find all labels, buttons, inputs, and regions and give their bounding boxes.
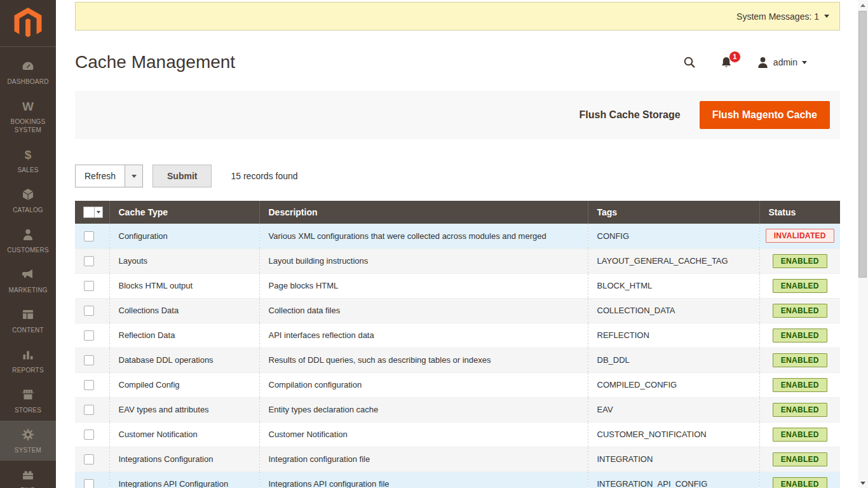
sidebar-item-label: CUSTOMERS — [7, 246, 49, 254]
tags-cell: INTEGRATION_API_CONFIG — [588, 471, 759, 488]
scroll-up-arrow[interactable] — [858, 0, 868, 10]
sidebar-item-dashboard[interactable]: DASHBOARD — [0, 52, 56, 92]
cache-toolbar: Flush Cache Storage Flush Magento Cache — [75, 91, 840, 139]
page-scrollbar[interactable] — [858, 0, 868, 488]
sidebar-item-marketing[interactable]: MARKETING — [0, 261, 56, 301]
system-messages-text: System Messages: 1 — [736, 11, 819, 22]
status-badge: ENABLED — [773, 477, 827, 488]
table-row: Database DDL operations Results of DDL q… — [75, 348, 840, 372]
tags-cell: EAV — [588, 397, 759, 422]
grid-controls: Refresh Submit 15 records found — [75, 165, 840, 187]
row-checkbox[interactable] — [84, 330, 94, 341]
admin-account-menu[interactable]: admin — [757, 56, 807, 69]
bookings-icon: W — [20, 98, 36, 114]
stores-icon — [20, 386, 36, 403]
cache-type-cell: Collections Data — [109, 298, 259, 323]
select-all-checkbox-dropdown[interactable] — [83, 207, 103, 218]
column-header-description[interactable]: Description — [259, 201, 588, 224]
sidebar-item-customers[interactable]: CUSTOMERS — [0, 220, 56, 261]
sidebar-item-sales[interactable]: $ SALES — [0, 140, 56, 180]
flush-cache-storage-button[interactable]: Flush Cache Storage — [579, 109, 680, 121]
column-header-status[interactable]: Status — [759, 201, 840, 224]
tags-cell: CONFIG — [588, 224, 759, 248]
cache-type-cell: Configuration — [109, 224, 259, 248]
user-icon — [757, 56, 769, 69]
description-cell: Customer Notification — [259, 422, 588, 447]
description-cell: Various XML configurations that were col… — [259, 224, 588, 248]
cache-type-cell: Reflection Data — [109, 323, 259, 348]
table-row: Collections Data Collection data files C… — [75, 298, 840, 323]
description-cell: Layout building instructions — [259, 248, 588, 273]
cache-type-cell: Database DDL operations — [109, 348, 259, 372]
sidebar-item-extensions[interactable]: FIND PARTNERS & EXTENSIONS — [0, 461, 56, 488]
search-icon[interactable] — [683, 56, 696, 69]
sidebar-item-content[interactable]: CONTENT — [0, 301, 56, 341]
row-checkbox[interactable] — [84, 454, 94, 464]
row-checkbox[interactable] — [84, 405, 94, 415]
customers-icon — [20, 226, 36, 243]
status-badge: ENABLED — [773, 329, 827, 342]
notification-count-badge: 1 — [729, 51, 741, 63]
reports-icon — [20, 346, 36, 363]
sidebar-item-label: REPORTS — [12, 366, 44, 374]
row-checkbox[interactable] — [84, 306, 94, 316]
tags-cell: COMPILED_CONFIG — [588, 372, 759, 397]
sidebar-item-reports[interactable]: REPORTS — [0, 341, 56, 381]
notifications-bell-icon[interactable]: 1 — [720, 56, 733, 69]
page-header: Cache Management 1 admin — [75, 48, 840, 76]
table-row: Layouts Layout building instructions LAY… — [75, 248, 840, 273]
status-badge: ENABLED — [773, 378, 827, 392]
table-row: Integrations Configuration Integration c… — [75, 447, 840, 471]
row-checkbox[interactable] — [84, 380, 94, 390]
column-header-tags[interactable]: Tags — [588, 201, 759, 224]
table-row: Integrations API Configuration Integrati… — [75, 471, 840, 488]
sidebar-item-label: SYSTEM — [15, 446, 41, 454]
sidebar-item-bookings[interactable]: W BOOKINGS SYSTEM — [0, 92, 56, 140]
marketing-icon — [20, 266, 36, 283]
sidebar-item-catalog[interactable]: CATALOG — [0, 180, 56, 220]
sidebar-item-system[interactable]: SYSTEM — [0, 421, 56, 461]
status-badge: ENABLED — [773, 428, 827, 442]
system-messages-bar[interactable]: System Messages: 1 — [75, 2, 840, 30]
scroll-down-arrow[interactable] — [858, 478, 868, 488]
content-icon — [20, 306, 36, 323]
cache-type-cell: EAV types and attributes — [109, 397, 259, 422]
sidebar-item-label: STORES — [15, 406, 41, 414]
cache-type-cell: Customer Notification — [109, 422, 259, 447]
admin-sidebar: DASHBOARD W BOOKINGS SYSTEM $ SALES CATA… — [0, 0, 56, 488]
page-title: Cache Management — [75, 52, 235, 72]
tags-cell: BLOCK_HTML — [588, 273, 759, 298]
row-checkbox[interactable] — [84, 256, 94, 266]
sidebar-item-stores[interactable]: STORES — [0, 381, 56, 421]
tags-cell: CUSTOMER_NOTIFICATION — [588, 422, 759, 447]
cache-type-cell: Integrations Configuration — [109, 447, 259, 471]
status-badge: ENABLED — [773, 452, 827, 466]
magento-logo[interactable] — [0, 0, 56, 47]
chevron-down-icon — [802, 61, 807, 64]
row-checkbox[interactable] — [84, 281, 94, 291]
mass-action-selected: Refresh — [76, 165, 125, 187]
row-checkbox[interactable] — [84, 430, 94, 440]
column-header-cache-type[interactable]: Cache Type — [109, 201, 259, 224]
flush-magento-cache-button[interactable]: Flush Magento Cache — [700, 101, 830, 129]
sidebar-item-label: DASHBOARD — [7, 78, 48, 86]
select-caret[interactable] — [125, 165, 142, 187]
sidebar-item-label: MARKETING — [8, 286, 47, 294]
admin-label: admin — [773, 57, 797, 67]
row-checkbox[interactable] — [84, 231, 94, 241]
row-checkbox[interactable] — [84, 479, 94, 488]
row-checkbox[interactable] — [84, 355, 94, 365]
description-cell: Entity types declaration cache — [259, 397, 588, 422]
status-badge: ENABLED — [773, 254, 827, 268]
scrollbar-thumb[interactable] — [858, 11, 867, 278]
sidebar-menu: DASHBOARD W BOOKINGS SYSTEM $ SALES CATA… — [0, 47, 56, 488]
table-header-row: Cache Type Description Tags Status — [75, 201, 840, 224]
submit-button[interactable]: Submit — [153, 165, 212, 187]
sidebar-item-label: SALES — [17, 166, 38, 174]
sidebar-item-label: BOOKINGS SYSTEM — [2, 118, 54, 134]
description-cell: Integration configuration file — [259, 447, 588, 471]
sidebar-item-label: CATALOG — [13, 206, 43, 214]
status-badge: ENABLED — [773, 304, 827, 318]
mass-action-select[interactable]: Refresh — [75, 165, 143, 187]
cache-type-cell: Blocks HTML output — [109, 273, 259, 298]
